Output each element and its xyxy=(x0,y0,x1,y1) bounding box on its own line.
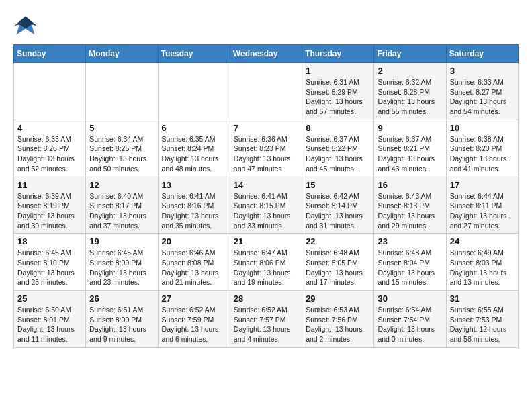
calendar-cell: 12Sunrise: 6:40 AMSunset: 8:17 PMDayligh… xyxy=(86,177,158,234)
calendar-cell: 5Sunrise: 6:34 AMSunset: 8:25 PMDaylight… xyxy=(86,120,158,177)
day-number: 17 xyxy=(450,180,515,190)
calendar-cell: 10Sunrise: 6:38 AMSunset: 8:20 PMDayligh… xyxy=(446,120,518,177)
day-info: Sunrise: 6:36 AMSunset: 8:23 PMDaylight:… xyxy=(234,134,298,174)
day-info: Sunrise: 6:55 AMSunset: 7:53 PMDaylight:… xyxy=(450,305,515,345)
calendar-cell: 3Sunrise: 6:33 AMSunset: 8:27 PMDaylight… xyxy=(446,63,518,120)
day-number: 15 xyxy=(306,180,370,190)
day-number: 16 xyxy=(378,180,442,190)
day-number: 18 xyxy=(17,236,82,246)
day-info: Sunrise: 6:32 AMSunset: 8:28 PMDaylight:… xyxy=(378,77,442,117)
calendar-cell: 16Sunrise: 6:43 AMSunset: 8:13 PMDayligh… xyxy=(374,177,446,234)
day-info: Sunrise: 6:47 AMSunset: 8:06 PMDaylight:… xyxy=(234,248,298,287)
calendar-cell: 30Sunrise: 6:54 AMSunset: 7:54 PMDayligh… xyxy=(374,291,446,348)
calendar-cell xyxy=(86,63,158,120)
day-number: 24 xyxy=(450,236,515,246)
calendar-cell xyxy=(230,63,302,120)
day-info: Sunrise: 6:52 AMSunset: 7:59 PMDaylight:… xyxy=(162,305,226,345)
day-number: 20 xyxy=(162,236,226,246)
day-number: 25 xyxy=(17,293,82,304)
weekday-header: Saturday xyxy=(446,45,518,63)
day-number: 11 xyxy=(17,180,82,190)
calendar-cell xyxy=(14,63,86,120)
calendar-cell: 14Sunrise: 6:41 AMSunset: 8:15 PMDayligh… xyxy=(230,177,302,234)
day-info: Sunrise: 6:45 AMSunset: 8:09 PMDaylight:… xyxy=(89,248,154,287)
day-number: 8 xyxy=(306,123,370,133)
calendar-cell xyxy=(158,63,230,120)
weekday-header: Monday xyxy=(86,45,158,63)
day-number: 4 xyxy=(17,123,82,133)
svg-marker-1 xyxy=(15,17,36,29)
day-number: 31 xyxy=(450,293,515,304)
calendar-header: SundayMondayTuesdayWednesdayThursdayFrid… xyxy=(14,45,519,63)
day-number: 21 xyxy=(234,236,298,246)
calendar-cell: 2Sunrise: 6:32 AMSunset: 8:28 PMDaylight… xyxy=(374,63,446,120)
day-info: Sunrise: 6:48 AMSunset: 8:05 PMDaylight:… xyxy=(306,248,370,287)
weekday-header: Tuesday xyxy=(158,45,230,63)
day-info: Sunrise: 6:50 AMSunset: 8:01 PMDaylight:… xyxy=(17,305,82,345)
weekday-header: Sunday xyxy=(14,45,86,63)
day-number: 5 xyxy=(89,123,154,133)
calendar-table: SundayMondayTuesdayWednesdayThursdayFrid… xyxy=(13,44,519,348)
day-number: 9 xyxy=(378,123,442,133)
day-info: Sunrise: 6:44 AMSunset: 8:11 PMDaylight:… xyxy=(450,191,515,231)
day-number: 30 xyxy=(378,293,442,304)
day-number: 1 xyxy=(306,66,370,76)
day-info: Sunrise: 6:42 AMSunset: 8:14 PMDaylight:… xyxy=(306,191,370,231)
day-info: Sunrise: 6:45 AMSunset: 8:10 PMDaylight:… xyxy=(17,248,82,287)
calendar-cell: 13Sunrise: 6:41 AMSunset: 8:16 PMDayligh… xyxy=(158,177,230,234)
calendar-cell: 4Sunrise: 6:33 AMSunset: 8:26 PMDaylight… xyxy=(14,120,86,177)
day-number: 7 xyxy=(234,123,298,133)
calendar-cell: 18Sunrise: 6:45 AMSunset: 8:10 PMDayligh… xyxy=(14,234,86,291)
calendar-cell: 26Sunrise: 6:51 AMSunset: 8:00 PMDayligh… xyxy=(86,291,158,348)
day-info: Sunrise: 6:48 AMSunset: 8:04 PMDaylight:… xyxy=(378,248,442,287)
day-info: Sunrise: 6:43 AMSunset: 8:13 PMDaylight:… xyxy=(378,191,442,231)
day-info: Sunrise: 6:51 AMSunset: 8:00 PMDaylight:… xyxy=(89,305,154,345)
day-info: Sunrise: 6:53 AMSunset: 7:56 PMDaylight:… xyxy=(306,305,370,345)
calendar-cell: 9Sunrise: 6:37 AMSunset: 8:21 PMDaylight… xyxy=(374,120,446,177)
calendar-cell: 31Sunrise: 6:55 AMSunset: 7:53 PMDayligh… xyxy=(446,291,518,348)
day-info: Sunrise: 6:54 AMSunset: 7:54 PMDaylight:… xyxy=(378,305,442,345)
calendar-cell: 20Sunrise: 6:46 AMSunset: 8:08 PMDayligh… xyxy=(158,234,230,291)
day-number: 10 xyxy=(450,123,515,133)
day-number: 19 xyxy=(89,236,154,246)
calendar-cell: 21Sunrise: 6:47 AMSunset: 8:06 PMDayligh… xyxy=(230,234,302,291)
day-info: Sunrise: 6:35 AMSunset: 8:24 PMDaylight:… xyxy=(162,134,226,174)
day-info: Sunrise: 6:41 AMSunset: 8:16 PMDaylight:… xyxy=(162,191,226,231)
calendar-cell: 8Sunrise: 6:37 AMSunset: 8:22 PMDaylight… xyxy=(302,120,374,177)
calendar-week: 18Sunrise: 6:45 AMSunset: 8:10 PMDayligh… xyxy=(14,234,519,291)
calendar-cell: 11Sunrise: 6:39 AMSunset: 8:19 PMDayligh… xyxy=(14,177,86,234)
day-info: Sunrise: 6:33 AMSunset: 8:26 PMDaylight:… xyxy=(17,134,82,174)
calendar-cell: 6Sunrise: 6:35 AMSunset: 8:24 PMDaylight… xyxy=(158,120,230,177)
calendar-cell: 27Sunrise: 6:52 AMSunset: 7:59 PMDayligh… xyxy=(158,291,230,348)
calendar-cell: 17Sunrise: 6:44 AMSunset: 8:11 PMDayligh… xyxy=(446,177,518,234)
calendar-cell: 15Sunrise: 6:42 AMSunset: 8:14 PMDayligh… xyxy=(302,177,374,234)
day-number: 22 xyxy=(306,236,370,246)
calendar-cell: 7Sunrise: 6:36 AMSunset: 8:23 PMDaylight… xyxy=(230,120,302,177)
day-info: Sunrise: 6:37 AMSunset: 8:21 PMDaylight:… xyxy=(378,134,442,174)
day-number: 13 xyxy=(162,180,226,190)
calendar-cell: 1Sunrise: 6:31 AMSunset: 8:29 PMDaylight… xyxy=(302,63,374,120)
day-info: Sunrise: 6:31 AMSunset: 8:29 PMDaylight:… xyxy=(306,77,370,117)
weekday-header: Wednesday xyxy=(230,45,302,63)
page-header xyxy=(13,13,519,38)
weekday-header: Friday xyxy=(374,45,446,63)
weekday-row: SundayMondayTuesdayWednesdayThursdayFrid… xyxy=(14,45,519,63)
weekday-header: Thursday xyxy=(302,45,374,63)
day-info: Sunrise: 6:38 AMSunset: 8:20 PMDaylight:… xyxy=(450,134,515,174)
calendar-week: 4Sunrise: 6:33 AMSunset: 8:26 PMDaylight… xyxy=(14,120,519,177)
day-number: 12 xyxy=(89,180,154,190)
day-number: 28 xyxy=(234,293,298,304)
day-number: 6 xyxy=(162,123,226,133)
calendar-cell: 22Sunrise: 6:48 AMSunset: 8:05 PMDayligh… xyxy=(302,234,374,291)
calendar-week: 25Sunrise: 6:50 AMSunset: 8:01 PMDayligh… xyxy=(14,291,519,348)
day-info: Sunrise: 6:33 AMSunset: 8:27 PMDaylight:… xyxy=(450,77,515,117)
calendar-cell: 25Sunrise: 6:50 AMSunset: 8:01 PMDayligh… xyxy=(14,291,86,348)
day-number: 27 xyxy=(162,293,226,304)
day-number: 14 xyxy=(234,180,298,190)
day-info: Sunrise: 6:46 AMSunset: 8:08 PMDaylight:… xyxy=(162,248,226,287)
day-info: Sunrise: 6:39 AMSunset: 8:19 PMDaylight:… xyxy=(17,191,82,231)
calendar-cell: 19Sunrise: 6:45 AMSunset: 8:09 PMDayligh… xyxy=(86,234,158,291)
day-info: Sunrise: 6:52 AMSunset: 7:57 PMDaylight:… xyxy=(234,305,298,345)
day-number: 26 xyxy=(89,293,154,304)
day-info: Sunrise: 6:41 AMSunset: 8:15 PMDaylight:… xyxy=(234,191,298,231)
